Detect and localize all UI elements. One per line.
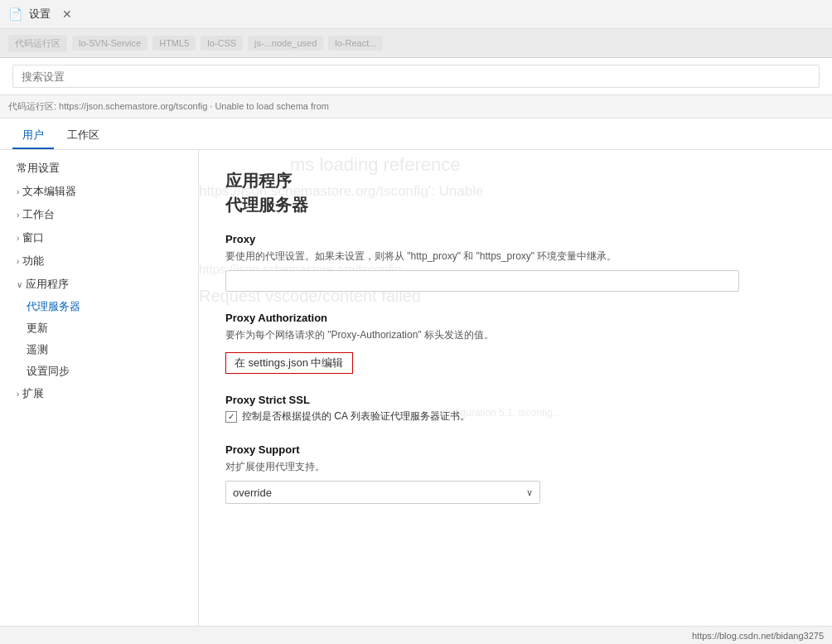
setting-group-proxy-strict-ssl: Proxy Strict SSL ✓ 控制是否根据提供的 CA 列表验证代理服务…	[225, 394, 805, 424]
sidebar-item-application[interactable]: ∨ 应用程序	[0, 273, 198, 296]
sidebar-sub-item-telemetry[interactable]: 遥测	[0, 339, 198, 361]
checkbox-row-proxy-strict-ssl: ✓ 控制是否根据提供的 CA 列表验证代理服务器证书。	[225, 409, 805, 424]
tab-bg-item: 代码运行区	[8, 35, 67, 52]
chevron-down-icon: ∨	[17, 280, 22, 289]
setting-group-proxy-auth: Proxy Authorization 要作为每个网络请求的 "Proxy-Au…	[225, 312, 805, 374]
file-icon: 📄	[8, 7, 22, 21]
content-area: ms loading reference https://json.schema…	[199, 150, 832, 644]
setting-group-proxy-support: Proxy Support 对扩展使用代理支持。 override ∨	[225, 443, 805, 504]
tab-bg-item: lo-CSS	[201, 36, 243, 51]
sidebar-item-text-editor[interactable]: › 文本编辑器	[0, 180, 198, 203]
proxy-support-dropdown[interactable]: override ∨	[225, 481, 540, 504]
tab-bg-item: HTML5	[152, 36, 196, 51]
sidebar-sub-item-proxy[interactable]: 代理服务器	[0, 296, 198, 317]
sidebar-item-label: 扩展	[22, 386, 44, 401]
url-bar-background: 代码运行区: https://json.schemastore.org/tsco…	[0, 95, 832, 119]
setting-label-proxy-support: Proxy Support	[225, 443, 805, 456]
chevron-right-icon: ›	[17, 257, 19, 266]
search-bar	[0, 58, 832, 95]
tab-bg-item: js-...node_used	[248, 36, 323, 51]
sidebar-item-label: 工作台	[22, 207, 55, 222]
tab-user[interactable]: 用户	[12, 123, 54, 149]
sidebar-item-workbench[interactable]: › 工作台	[0, 203, 198, 226]
chevron-right-icon: ›	[17, 234, 19, 243]
scope-tabs: 用户 工作区	[0, 119, 832, 150]
page-title-sub: 代理服务器	[225, 194, 805, 216]
checkbox-proxy-strict-ssl[interactable]: ✓	[225, 411, 237, 423]
sidebar-sub-item-settings-sync[interactable]: 设置同步	[0, 361, 198, 382]
tab-bg-item: lo-React...	[328, 36, 383, 51]
status-bar: https://blog.csdn.net/bidang3275	[0, 626, 832, 644]
chevron-right-icon: ›	[17, 187, 19, 196]
checkbox-label-proxy-strict-ssl: 控制是否根据提供的 CA 列表验证代理服务器证书。	[242, 409, 470, 424]
setting-label-proxy-strict-ssl: Proxy Strict SSL	[225, 394, 805, 406]
tab-workspace[interactable]: 工作区	[57, 123, 109, 149]
main-layout: 常用设置 › 文本编辑器 › 工作台 › 窗口 › 功能 ∨ 应用程序 代理服务…	[0, 150, 832, 644]
close-button[interactable]: ✕	[62, 7, 72, 21]
tab-bar-background: 代码运行区 lo-SVN-Service HTML5 lo-CSS js-...…	[0, 29, 832, 58]
proxy-input[interactable]	[225, 270, 739, 292]
status-bar-url: https://blog.csdn.net/bidang3275	[692, 631, 824, 641]
content-inner: 应用程序 代理服务器 Proxy 要使用的代理设置。如果未设置，则将从 "htt…	[225, 170, 805, 504]
search-input[interactable]	[12, 65, 820, 88]
chevron-down-icon: ∨	[526, 487, 533, 498]
page-title-main: 应用程序	[225, 170, 805, 192]
sidebar-item-common[interactable]: 常用设置	[0, 157, 198, 180]
sidebar-item-extensions[interactable]: › 扩展	[0, 382, 198, 405]
sidebar-sub-item-update[interactable]: 更新	[0, 317, 198, 339]
edit-settings-json-link[interactable]: 在 settings.json 中编辑	[225, 352, 353, 374]
setting-desc-proxy-auth: 要作为每个网络请求的 "Proxy-Authorization" 标头发送的值。	[225, 327, 805, 342]
tab-bg-item: lo-SVN-Service	[72, 36, 148, 51]
sidebar-item-features[interactable]: › 功能	[0, 249, 198, 273]
setting-desc-proxy-support: 对扩展使用代理支持。	[225, 459, 805, 474]
sidebar-item-label: 应用程序	[26, 277, 69, 292]
chevron-right-icon: ›	[17, 390, 19, 399]
window-title: 设置	[29, 7, 51, 22]
url-bar-text: 代码运行区: https://json.schemastore.org/tsco…	[8, 100, 329, 113]
sidebar-item-window[interactable]: › 窗口	[0, 226, 198, 249]
sidebar-item-label: 窗口	[22, 230, 44, 245]
sidebar-item-label: 文本编辑器	[22, 184, 76, 199]
sidebar-item-label: 功能	[22, 254, 44, 269]
sidebar: 常用设置 › 文本编辑器 › 工作台 › 窗口 › 功能 ∨ 应用程序 代理服务…	[0, 150, 199, 644]
setting-desc-proxy: 要使用的代理设置。如果未设置，则将从 "http_proxy" 和 "https…	[225, 249, 805, 264]
setting-label-proxy: Proxy	[225, 233, 805, 245]
chevron-right-icon: ›	[17, 211, 19, 220]
setting-label-proxy-auth: Proxy Authorization	[225, 312, 805, 324]
proxy-support-value: override	[233, 487, 272, 499]
title-bar: 📄 设置 ✕	[0, 0, 832, 29]
sidebar-item-label: 常用设置	[17, 161, 60, 176]
setting-group-proxy: Proxy 要使用的代理设置。如果未设置，则将从 "http_proxy" 和 …	[225, 233, 805, 292]
